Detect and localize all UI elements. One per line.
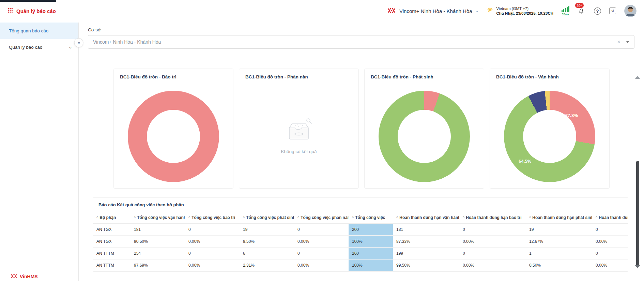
table-row: AN TTTM97.69%0.00%2.31%0.00%100%99.50%0.…: [93, 260, 628, 271]
table-cell: 0.00%: [294, 260, 349, 271]
table-cell: 254: [131, 248, 185, 260]
table-cell: 0.00%: [459, 260, 526, 271]
column-header[interactable]: ^Bộ phận: [93, 212, 131, 224]
table-cell: 0: [294, 224, 349, 236]
top-left-accent-bar: [0, 0, 56, 2]
weather-icon: [487, 7, 494, 15]
sidebar-item-manage[interactable]: Quản lý báo cáo ⌄: [0, 39, 78, 55]
slice-label: 64.5%: [519, 159, 531, 164]
column-header[interactable]: ^Tổng công việc phát sinh: [240, 212, 294, 224]
donut-chart-bao-tri[interactable]: [128, 91, 219, 182]
timezone-block: Vietnam (GMT +7) Chủ Nhật, 23/03/2025, 1…: [487, 6, 553, 15]
sort-caret-icon: ^: [96, 216, 98, 219]
facility-label: Cơ sở: [88, 27, 634, 32]
table-cell: 6: [240, 248, 294, 260]
facility-select[interactable]: Vincom+ Ninh Hòa - Khánh Hòa ✕: [88, 35, 634, 49]
chart-card-van-hanh: BC1-Biểu đồ tròn - Vận hành 27.8% 64.5%: [490, 69, 610, 189]
table-cell: 97.69%: [131, 260, 185, 271]
empty-box-icon: [282, 116, 315, 144]
table-cell: 100%: [349, 236, 393, 248]
charts-row: BC1-Biểu đồ tròn - Bảo trì BC1-Biểu đồ t…: [79, 69, 644, 189]
notifications-button[interactable]: 20+: [578, 7, 586, 15]
avatar[interactable]: [624, 5, 637, 17]
report-table: ^Bộ phận^Tổng công việc vận hành^Tổng cô…: [93, 212, 628, 271]
table-cell: 200: [349, 224, 393, 236]
network-status: 55ms: [562, 6, 569, 16]
table-cell: 131: [393, 224, 459, 236]
facility-select-value: Vincom+ Ninh Hòa - Khánh Hòa: [93, 39, 161, 45]
help-button[interactable]: ?: [594, 8, 601, 15]
table-cell: AN TTTM: [93, 260, 131, 271]
chart-title: BC1-Biểu đồ tròn - Bảo trì: [114, 69, 233, 79]
table-cell: 0.00%: [185, 260, 240, 271]
vinhms-logo-icon: [10, 273, 18, 280]
table-cell: 99.50%: [393, 260, 459, 271]
facility-section: Cơ sở Vincom+ Ninh Hòa - Khánh Hòa ✕: [79, 23, 644, 49]
column-header[interactable]: ^Tổng công việc bảo trì: [185, 212, 240, 224]
column-header[interactable]: ^Hoàn thành đúng hạn: [592, 212, 628, 224]
scroll-up-arrow[interactable]: [635, 76, 640, 79]
signal-bars-icon: [562, 6, 569, 12]
column-header[interactable]: ^Tổng công việc phàn nàn: [294, 212, 349, 224]
table-cell: 1: [526, 248, 592, 260]
app-brand: Quản lý báo cáo: [7, 8, 56, 14]
table-cell: AN TGX: [93, 236, 131, 248]
column-header[interactable]: ^Hoàn thành đúng hạn vận hành: [393, 212, 459, 224]
sidebar-item-overview[interactable]: Tổng quan báo cáo: [0, 23, 78, 39]
report-table-scroll[interactable]: ^Bộ phận^Tổng công việc vận hành^Tổng cô…: [93, 212, 628, 271]
table-cell: 0: [592, 224, 628, 236]
table-row: AN TGX90.50%0.00%9.50%0.00%100%87.33%0.0…: [93, 236, 628, 248]
property-selector[interactable]: Vincom+ Ninh Hòa - Khánh Hòa ⌄: [386, 7, 479, 15]
table-cell: 9.50%: [240, 236, 294, 248]
table-cell: 199: [393, 248, 459, 260]
table-cell: 19: [240, 224, 294, 236]
column-header[interactable]: ^Tổng công việc vận hành: [131, 212, 185, 224]
table-row: AN TGX18101902001310190: [93, 224, 628, 236]
clear-icon[interactable]: ✕: [617, 40, 620, 44]
table-cell: 0: [294, 248, 349, 260]
sort-caret-icon: ^: [396, 216, 398, 219]
table-cell: 2.31%: [240, 260, 294, 271]
scrollbar-thumb[interactable]: [636, 161, 639, 267]
app-title: Quản lý báo cáo: [16, 8, 56, 14]
footer-logo: VinHMS: [10, 272, 38, 281]
column-header[interactable]: ^Hoàn thành đúng hạn bảo trì: [459, 212, 526, 224]
topbar-right: Vincom+ Ninh Hòa - Khánh Hòa ⌄ Vietnam (…: [386, 5, 637, 17]
table-cell: 0: [185, 224, 240, 236]
donut-chart-van-hanh[interactable]: 27.8% 64.5%: [504, 91, 595, 182]
chart-title: BC1-Biểu đồ tròn - Phát sinh: [365, 69, 484, 79]
empty-state: Không có kết quả: [239, 85, 358, 185]
empty-text: Không có kết quả: [281, 149, 317, 154]
sort-caret-icon: ^: [352, 216, 354, 219]
sort-caret-icon: ^: [188, 216, 190, 219]
table-cell: 12.67%: [526, 236, 592, 248]
donut-chart-phat-sinh[interactable]: [379, 91, 470, 182]
app-grid-icon[interactable]: [7, 8, 13, 14]
table-cell: 87.33%: [393, 236, 459, 248]
chart-card-phan-nan: BC1-Biểu đồ tròn - Phàn nàn Không có kết…: [239, 69, 359, 189]
report-table-card: Báo cáo Kết quả công việc theo bộ phận ^…: [93, 197, 628, 272]
sidebar-item-label: Quản lý báo cáo: [9, 45, 42, 50]
sort-caret-icon: ^: [596, 216, 597, 219]
language-selector[interactable]: VI: [609, 8, 616, 14]
chevron-down-icon: ⌄: [475, 9, 479, 13]
sidebar-collapse-button[interactable]: «: [74, 38, 83, 47]
table-cell: 100%: [349, 260, 393, 271]
column-header[interactable]: ^Tổng công việc: [349, 212, 393, 224]
slice-label: 27.8%: [565, 113, 578, 118]
chart-title: BC1-Biểu đồ tròn - Vận hành: [490, 69, 609, 79]
report-title: Báo cáo Kết quả công việc theo bộ phận: [93, 198, 628, 212]
table-cell: 0.00%: [459, 236, 526, 248]
table-cell: AN TGX: [93, 224, 131, 236]
main-content: Cơ sở Vincom+ Ninh Hòa - Khánh Hòa ✕ BC1…: [79, 23, 644, 281]
table-row: AN TTTM254060260199010: [93, 248, 628, 260]
latency-label: 55ms: [562, 13, 569, 16]
scroll-down-arrow[interactable]: [635, 265, 640, 268]
bell-icon: [578, 10, 585, 16]
footer-logo-text: VinHMS: [20, 274, 38, 279]
notification-badge: 20+: [575, 3, 584, 8]
sort-caret-icon: ^: [243, 216, 245, 219]
column-header[interactable]: ^Hoàn thành đúng hạn phát sinh: [526, 212, 592, 224]
select-caret-icon[interactable]: [626, 41, 629, 43]
table-cell: 0.00%: [185, 236, 240, 248]
